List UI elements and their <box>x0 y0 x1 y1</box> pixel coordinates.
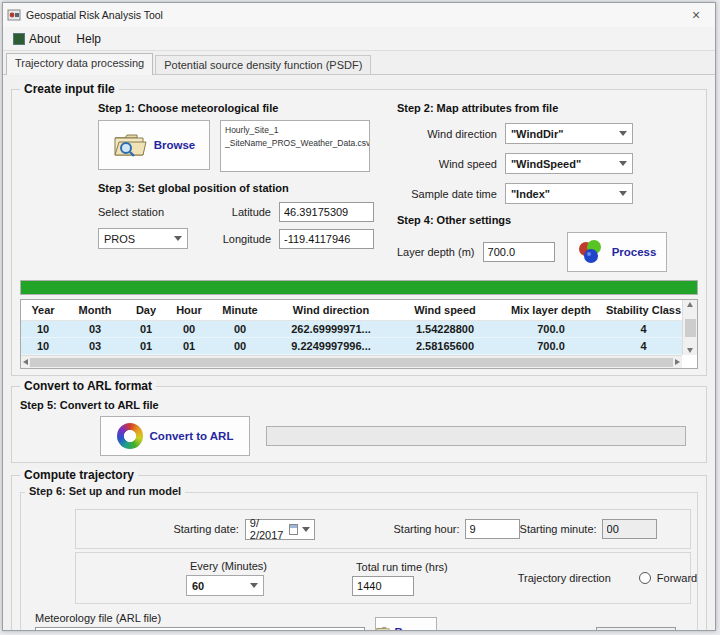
processing-progress-fill <box>21 281 697 294</box>
forward-label: Forward <box>657 572 697 584</box>
scroll-up-icon[interactable] <box>687 302 693 307</box>
wind-speed-value: "WindSpeed" <box>511 158 581 170</box>
create-input-left-column: Step 1: Choose meteorological file Brows… <box>20 102 393 272</box>
color-ring-icon <box>117 423 143 449</box>
step1-title: Step 1: Choose meteorological file <box>98 102 393 114</box>
forward-radio[interactable]: Forward <box>639 572 697 584</box>
chevron-down-icon <box>619 161 627 166</box>
col-wind-speed[interactable]: Wind speed <box>393 300 497 320</box>
sample-date-time-select[interactable]: "Index" <box>505 183 633 204</box>
process-spheres-icon <box>577 239 605 265</box>
process-button[interactable]: Process <box>567 232 667 272</box>
wind-speed-select[interactable]: "WindSpeed" <box>505 153 633 174</box>
col-wind-direction[interactable]: Wind direction <box>269 300 393 320</box>
scroll-down-icon[interactable] <box>687 348 693 353</box>
table-row[interactable]: 10 03 01 00 00 262.69999971... 1.5422880… <box>21 320 682 337</box>
convert-to-arl-button[interactable]: Convert to ARL <box>100 416 250 456</box>
output-prefix-label: Output file name prefix <box>475 628 586 630</box>
cell: 700.0 <box>497 337 605 354</box>
col-minute[interactable]: Minute <box>211 300 269 320</box>
grid-horizontal-scrollbar[interactable] <box>21 355 682 368</box>
file-name-line1: Hourly_Site_1 <box>225 124 365 137</box>
browse-met-file-button[interactable]: Browse <box>98 120 210 170</box>
arl-progress-bar <box>266 426 686 446</box>
table-row[interactable]: 10 03 01 01 00 9.2249997996... 2.5816560… <box>21 337 682 354</box>
latitude-label: Latitude <box>213 206 271 218</box>
starting-hour-field[interactable] <box>465 519 520 539</box>
cell: 00 <box>211 337 269 354</box>
create-input-file-title: Create input file <box>20 82 119 96</box>
total-run-time-field[interactable] <box>352 576 414 596</box>
layer-depth-label: Layer depth (m) <box>397 246 475 258</box>
cell: 262.69999971... <box>269 320 393 337</box>
grid-vertical-scrollbar[interactable] <box>682 300 697 355</box>
horizontal-scroll-thumb[interactable] <box>30 358 673 367</box>
folder-arrow-icon <box>376 623 390 630</box>
create-input-file-group: Create input file Step 1: Choose meteoro… <box>11 89 707 376</box>
col-stability-class[interactable]: Stability Class <box>605 300 682 320</box>
cell: 4 <box>605 337 682 354</box>
tab-page: Create input file Step 1: Choose meteoro… <box>3 74 715 630</box>
chevron-down-icon <box>619 191 627 196</box>
cell: 01 <box>125 320 167 337</box>
every-minutes-select[interactable]: 60 <box>186 575 264 596</box>
wind-speed-label: Wind speed <box>397 158 497 170</box>
scroll-right-icon[interactable] <box>675 359 680 365</box>
browse-met-file-label: Browse <box>154 139 196 151</box>
menu-help-label: Help <box>76 32 101 46</box>
convert-to-arl-label: Convert to ARL <box>150 430 234 442</box>
tab-trajectory-data-processing[interactable]: Trajectory data processing <box>6 53 153 75</box>
menu-help[interactable]: Help <box>72 30 109 48</box>
wind-direction-value: "WindDir" <box>511 128 564 140</box>
window-title: Geospatial Risk Analysis Tool <box>26 9 681 21</box>
chevron-down-icon <box>174 236 182 241</box>
processing-progress-bar <box>20 280 698 295</box>
latitude-field[interactable] <box>279 202 374 222</box>
vertical-scroll-thumb[interactable] <box>685 319 696 337</box>
layer-depth-field[interactable] <box>483 242 555 262</box>
col-hour[interactable]: Hour <box>167 300 211 320</box>
met-file-field[interactable] <box>35 627 365 630</box>
process-label: Process <box>612 246 657 258</box>
every-minutes-label: Every (Minutes) <box>186 560 267 572</box>
selected-met-file-name: Hourly_Site_1 _SiteName_PROS_Weather_Dat… <box>220 120 370 172</box>
cell: 03 <box>65 320 125 337</box>
longitude-field[interactable] <box>279 229 374 249</box>
tab-psdf[interactable]: Potential source density function (PSDF) <box>155 55 371 74</box>
starting-date-label: Starting date: <box>173 523 238 535</box>
starting-date-picker[interactable]: 9/ 2/2017 <box>245 519 316 540</box>
title-bar: Geospatial Risk Analysis Tool × <box>3 3 715 27</box>
convert-to-arl-group: Convert to ARL format Step 5: Convert to… <box>11 386 707 463</box>
cell: 4 <box>605 320 682 337</box>
cell: 9.2249997996... <box>269 337 393 354</box>
app-window: Geospatial Risk Analysis Tool × About He… <box>2 2 716 631</box>
menu-about[interactable]: About <box>9 30 68 48</box>
col-day[interactable]: Day <box>125 300 167 320</box>
total-run-time-label: Total run time (hrs) <box>352 561 448 573</box>
app-icon <box>7 8 21 22</box>
step2-title: Step 2: Map attributes from file <box>397 102 698 114</box>
scroll-left-icon[interactable] <box>23 359 28 365</box>
met-file-label: Meteorology file (ARL file) <box>35 612 365 624</box>
starting-date-value: 9/ 2/2017 <box>250 517 286 541</box>
col-mix-layer-depth[interactable]: Mix layer depth <box>497 300 605 320</box>
col-year[interactable]: Year <box>21 300 65 320</box>
chevron-down-icon <box>619 131 627 136</box>
step5-title: Step 5: Convert to ARL file <box>20 399 698 411</box>
station-value: PROS <box>104 233 135 245</box>
compute-group-title: Compute trajectory <box>20 468 138 482</box>
browse-arl-file-button[interactable]: Browse <box>375 617 437 630</box>
col-month[interactable]: Month <box>65 300 125 320</box>
station-select[interactable]: PROS <box>98 228 188 249</box>
tab-strip: Trajectory data processing Potential sou… <box>3 51 715 74</box>
cell: 700.0 <box>497 320 605 337</box>
calendar-icon <box>289 524 298 535</box>
cell: 00 <box>211 320 269 337</box>
create-input-right-column: Step 2: Map attributes from file Wind di… <box>393 102 698 272</box>
grid-header-row: Year Month Day Hour Minute Wind directio… <box>21 300 682 320</box>
output-prefix-field[interactable] <box>596 627 676 630</box>
wind-direction-select[interactable]: "WindDir" <box>505 123 633 144</box>
sample-date-time-label: Sample date time <box>397 188 497 200</box>
close-button[interactable]: × <box>681 4 711 26</box>
cell: 01 <box>125 337 167 354</box>
